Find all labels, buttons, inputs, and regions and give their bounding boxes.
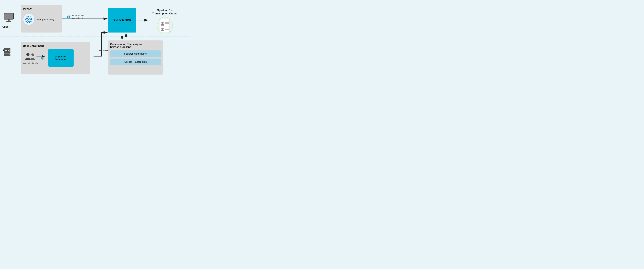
cts-box: Conversation TranscriptionService (Backe… — [108, 40, 163, 74]
device-box: Device — [20, 5, 62, 32]
output-label: Speaker ID + Transcription Output — [149, 9, 181, 16]
cts-title: Conversation TranscriptionService (Backe… — [110, 43, 161, 48]
speaker-identification-box: Speaker Identification — [110, 50, 161, 57]
svg-point-24 — [27, 16, 28, 18]
svg-point-20 — [27, 22, 28, 23]
multichannel-audio-area: MultichannelAudio Input — [66, 14, 84, 20]
audio-wave-icon — [66, 15, 71, 19]
signature-gen-box: Signature Generation — [48, 49, 74, 66]
svg-point-16 — [31, 18, 32, 19]
server-icon — [3, 48, 11, 59]
output-icon-bg — [157, 17, 173, 34]
svg-point-32 — [27, 18, 28, 19]
svg-point-29 — [28, 21, 29, 22]
svg-point-11 — [9, 54, 10, 55]
svg-point-42 — [162, 22, 164, 24]
arrow-siggen-sdk — [94, 32, 108, 56]
svg-point-48 — [26, 53, 30, 56]
enrollment-title: User Enrollment — [23, 44, 88, 48]
device-inner: Microphone Array — [23, 14, 60, 26]
output-doc-icon — [159, 19, 170, 32]
voice-wave-area — [40, 56, 46, 60]
microphone-array-label: Microphone Array — [37, 18, 54, 21]
svg-point-9 — [9, 52, 10, 52]
users-area: User Voice Sample — [23, 52, 38, 64]
svg-point-7 — [9, 48, 10, 50]
svg-point-30 — [27, 20, 28, 22]
svg-point-25 — [28, 18, 29, 18]
device-title: Device — [23, 7, 60, 10]
svg-point-21 — [26, 21, 27, 22]
speech-sdk-label: Speech SDK — [113, 18, 132, 22]
svg-point-17 — [31, 19, 32, 20]
speech-sdk-box: Speech SDK — [108, 8, 136, 32]
users-icon — [24, 52, 36, 62]
user-voice-sample-label: User Voice Sample — [23, 62, 38, 64]
user-profile-label: User Profile — [98, 49, 108, 52]
enrollment-inner: User Voice Sample — [23, 49, 88, 66]
svg-point-28 — [29, 20, 30, 22]
svg-point-22 — [25, 19, 26, 20]
svg-point-33 — [28, 19, 30, 20]
svg-point-27 — [30, 19, 31, 20]
svg-point-45 — [162, 28, 164, 30]
server-svg — [3, 48, 11, 59]
svg-point-19 — [29, 22, 30, 23]
svg-point-18 — [30, 21, 32, 22]
diagram: Client Server Device — [0, 0, 190, 79]
client-label: Client — [2, 26, 9, 28]
sig-gen-label: Signature Generation — [50, 55, 72, 60]
multichannel-label: MultichannelAudio Input — [72, 14, 84, 20]
svg-point-15 — [30, 16, 31, 18]
svg-point-31 — [26, 19, 28, 20]
svg-point-26 — [30, 18, 30, 19]
monitor-svg — [3, 13, 14, 22]
speech-transcription-box: Speech Transcription — [110, 58, 161, 65]
voice-wave-icon — [40, 56, 46, 60]
enrollment-box: User Enrollment User Voice Sample — [20, 42, 90, 74]
svg-rect-4 — [8, 19, 10, 21]
microphone-array-icon — [23, 14, 35, 26]
svg-rect-5 — [6, 21, 11, 22]
svg-rect-3 — [4, 14, 13, 19]
client-icon — [3, 13, 14, 22]
svg-point-23 — [26, 18, 27, 19]
svg-point-49 — [32, 54, 34, 56]
output-box: Speaker ID + Transcription Output — [149, 9, 181, 34]
